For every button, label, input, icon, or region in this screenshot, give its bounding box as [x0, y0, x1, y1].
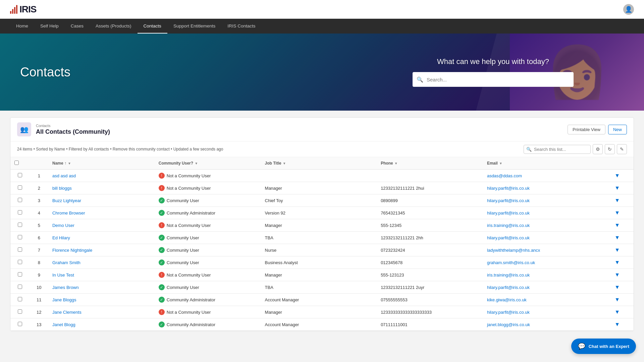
- contact-name-link[interactable]: Jane Bloggs: [52, 297, 76, 302]
- contact-name-link[interactable]: James Brown: [52, 285, 79, 290]
- contact-email-link[interactable]: hilary.parfit@iris.co.uk: [487, 310, 530, 315]
- table-row: 5 Demo User ! Not a Community User Manag…: [10, 219, 634, 232]
- row-number-1: 2: [30, 182, 48, 194]
- contact-email-link[interactable]: hilary.parfit@iris.co.uk: [487, 210, 530, 216]
- row-dropdown-button[interactable]: ▼: [612, 234, 622, 241]
- nav-item-assets--products-[interactable]: Assets (Products): [90, 19, 138, 34]
- contact-name-link[interactable]: Demo User: [52, 223, 74, 228]
- contact-email-link[interactable]: kike.giwa@iris.co.uk: [487, 297, 527, 302]
- row-checkbox-cell: [10, 194, 30, 207]
- row-checkbox-0[interactable]: [18, 173, 22, 177]
- community-label: Not a Community User: [167, 273, 211, 278]
- user-avatar[interactable]: 👤: [623, 4, 634, 15]
- contact-name-link[interactable]: bill bloggs: [52, 186, 72, 191]
- th-community-label: Community User?: [159, 161, 193, 166]
- contact-email-link[interactable]: ladywiththelamp@nhs.ancx: [487, 248, 540, 253]
- contact-name-link[interactable]: asd asd asd: [52, 173, 76, 178]
- nav-item-self-help[interactable]: Self Help: [34, 19, 65, 34]
- row-action-cell: ▼: [608, 281, 634, 294]
- nav-item-cases[interactable]: Cases: [65, 19, 90, 34]
- row-action-cell: ▼: [608, 194, 634, 207]
- row-dropdown-button[interactable]: ▼: [612, 197, 622, 204]
- row-dropdown-button[interactable]: ▼: [612, 184, 622, 191]
- row-name-cell: Jane Clements: [48, 306, 155, 318]
- row-jobtitle-cell: Manager: [261, 219, 377, 232]
- contact-name-link[interactable]: Chrome Browser: [52, 210, 85, 216]
- new-button[interactable]: New: [608, 125, 627, 134]
- row-dropdown-button[interactable]: ▼: [612, 321, 622, 328]
- contact-name-link[interactable]: Florence Nightingale: [52, 248, 92, 253]
- row-number-5: 6: [30, 232, 48, 244]
- row-checkbox-3[interactable]: [18, 210, 22, 215]
- nav-item-iris-contacts[interactable]: IRIS Contacts: [221, 19, 261, 34]
- th-select-all[interactable]: [10, 157, 30, 170]
- contact-email-link[interactable]: hilary.parfit@iris.co.uk: [487, 186, 530, 191]
- row-number-0: 1: [30, 170, 48, 182]
- table-row: 10 James Brown ✓ Community User TBA 1233…: [10, 281, 634, 294]
- row-action-cell: ▼: [608, 318, 634, 331]
- row-dropdown-button[interactable]: ▼: [612, 296, 622, 303]
- row-dropdown-button[interactable]: ▼: [612, 222, 622, 229]
- contact-name-link[interactable]: Graham Smith: [52, 260, 80, 265]
- nav-item-support-entitlements[interactable]: Support Entitlements: [167, 19, 221, 34]
- row-dropdown-button[interactable]: ▼: [612, 259, 622, 266]
- contact-name-link[interactable]: Janet Blogg: [52, 322, 75, 327]
- printable-view-button[interactable]: Printable View: [568, 125, 605, 134]
- row-dropdown-button[interactable]: ▼: [612, 284, 622, 291]
- row-number-3: 4: [30, 207, 48, 219]
- row-checkbox-8[interactable]: [18, 272, 22, 277]
- table-row: 6 Ed Hilary ✓ Community User TBA 1233213…: [10, 232, 634, 244]
- contact-email-link[interactable]: hilary.parfit@iris.co.uk: [487, 235, 530, 240]
- logo[interactable]: IRIS: [10, 4, 36, 15]
- search-list-icon: 🔍: [526, 147, 532, 152]
- contact-name-link[interactable]: Buzz Lightyear: [52, 198, 81, 203]
- settings-button[interactable]: ⚙: [593, 144, 603, 154]
- row-dropdown-button[interactable]: ▼: [612, 172, 622, 179]
- row-checkbox-5[interactable]: [18, 235, 22, 239]
- panel-title-group: Contacts All Contacts (Community): [36, 124, 110, 135]
- row-email-cell: graham.smith@iris.co.uk: [483, 256, 608, 269]
- row-checkbox-4[interactable]: [18, 223, 22, 227]
- row-dropdown-button[interactable]: ▼: [612, 308, 622, 315]
- row-checkbox-10[interactable]: [18, 297, 22, 301]
- refresh-button[interactable]: ↻: [605, 144, 615, 154]
- community-label: Community User: [167, 198, 199, 203]
- th-job-title[interactable]: Job Title ▼: [261, 157, 377, 170]
- row-checkbox-1[interactable]: [18, 185, 22, 190]
- contact-email-link[interactable]: iris.training@iris.co.uk: [487, 273, 530, 278]
- row-checkbox-11[interactable]: [18, 309, 22, 314]
- contact-email-link[interactable]: hilary.parfit@iris.co.uk: [487, 285, 530, 290]
- select-all-checkbox[interactable]: [14, 161, 19, 165]
- th-name[interactable]: Name ↑ ▼: [48, 157, 155, 170]
- contacts-icon: 👥: [20, 125, 29, 133]
- row-checkbox-7[interactable]: [18, 260, 22, 264]
- nav-item-home[interactable]: Home: [10, 19, 34, 34]
- row-checkbox-12[interactable]: [18, 322, 22, 326]
- logo-bars-icon: [10, 5, 17, 14]
- hero-banner: Contacts What can we help you with today…: [0, 34, 644, 111]
- search-list-input[interactable]: [524, 145, 591, 154]
- th-phone[interactable]: Phone ▼: [377, 157, 483, 170]
- th-community-user[interactable]: Community User? ▼: [155, 157, 261, 170]
- contact-name-link[interactable]: Ed Hilary: [52, 235, 70, 240]
- row-checkbox-2[interactable]: [18, 198, 22, 202]
- hero-search-input[interactable]: [413, 72, 574, 87]
- contact-email-link[interactable]: asdas@ddas.com: [487, 173, 522, 178]
- contact-email-link[interactable]: graham.smith@iris.co.uk: [487, 260, 535, 265]
- row-name-cell: Janet Blogg: [48, 318, 155, 331]
- contact-name-link[interactable]: In Use Test: [52, 273, 74, 278]
- row-dropdown-button[interactable]: ▼: [612, 246, 622, 253]
- contact-email-link[interactable]: iris.training@iris.co.uk: [487, 223, 530, 228]
- row-dropdown-button[interactable]: ▼: [612, 271, 622, 278]
- community-badge: ✓ Community User: [159, 284, 199, 290]
- hero-right: What can we help you with today? 🔍: [342, 57, 644, 87]
- contact-email-link[interactable]: hilary.parfit@iris.co.uk: [487, 198, 530, 203]
- contact-name-link[interactable]: Jane Clements: [52, 310, 82, 315]
- row-dropdown-button[interactable]: ▼: [612, 209, 622, 216]
- th-email[interactable]: Email ▼: [483, 157, 608, 170]
- nav-item-contacts[interactable]: Contacts: [138, 19, 167, 34]
- row-checkbox-6[interactable]: [18, 247, 22, 252]
- contact-email-link[interactable]: janet.blogg@iris.co.uk: [487, 322, 530, 327]
- edit-columns-button[interactable]: ✎: [617, 144, 627, 154]
- row-checkbox-9[interactable]: [18, 285, 22, 289]
